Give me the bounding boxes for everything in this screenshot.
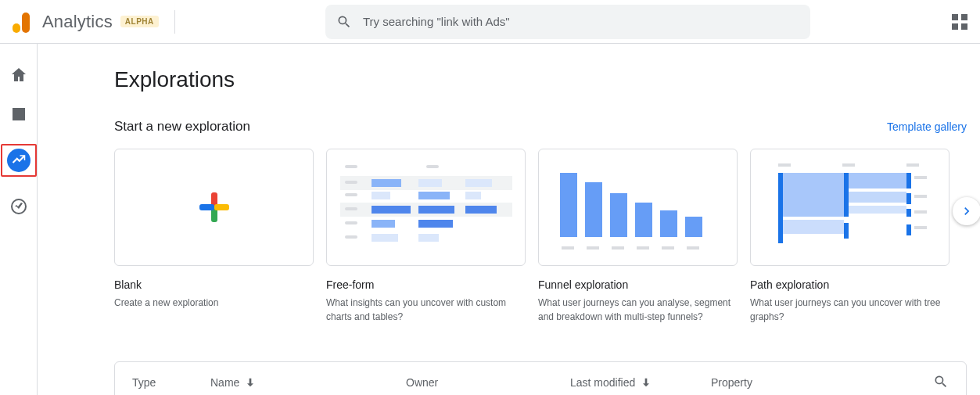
th-property[interactable]: Property xyxy=(711,376,933,389)
freeform-thumbnail xyxy=(340,160,512,254)
funnel-thumbnail xyxy=(552,160,724,254)
search-icon xyxy=(336,14,352,30)
th-type[interactable]: Type xyxy=(132,376,210,389)
card-freeform-title: Free-form xyxy=(326,278,526,291)
logo-block: Analytics ALPHA xyxy=(13,10,310,34)
th-modified[interactable]: Last modified xyxy=(570,376,711,389)
left-nav xyxy=(0,44,38,395)
apps-icon[interactable] xyxy=(952,14,967,30)
card-blank[interactable] xyxy=(114,149,314,266)
th-owner[interactable]: Owner xyxy=(406,376,570,389)
sort-down-icon xyxy=(244,376,257,389)
chevron-right-icon xyxy=(959,203,975,219)
app-header: Analytics ALPHA Try searching "link with… xyxy=(0,0,980,44)
card-blank-title: Blank xyxy=(114,278,314,291)
card-freeform[interactable] xyxy=(326,149,526,266)
template-gallery-link[interactable]: Template gallery xyxy=(887,120,967,133)
th-name[interactable]: Name xyxy=(210,376,406,389)
nav-explore-highlight xyxy=(1,144,37,177)
search-placeholder: Try searching "link with Ads" xyxy=(363,15,510,28)
search-icon xyxy=(933,374,949,390)
alpha-badge: ALPHA xyxy=(120,16,159,27)
th-modified-label: Last modified xyxy=(570,376,635,389)
analytics-logo-icon xyxy=(13,11,34,33)
card-funnel-desc: What user journeys can you analyse, segm… xyxy=(538,296,738,324)
path-thumbnail xyxy=(764,160,936,254)
section-subtitle: Start a new exploration xyxy=(114,119,250,135)
card-path-desc: What user journeys can you uncover with … xyxy=(750,296,949,324)
header-divider xyxy=(174,10,175,34)
nav-advertising-icon[interactable] xyxy=(9,197,28,216)
sort-down-icon xyxy=(640,376,652,389)
product-name: Analytics xyxy=(42,12,113,32)
nav-home-icon[interactable] xyxy=(9,66,28,84)
template-cards-row: Blank Create a new exploration xyxy=(114,149,967,324)
th-name-label: Name xyxy=(210,376,239,389)
card-funnel-title: Funnel exploration xyxy=(538,278,738,291)
page-title: Explorations xyxy=(114,67,980,92)
nav-reports-icon[interactable] xyxy=(9,105,28,124)
explorations-table-header: Type Name Owner Last modified Property xyxy=(114,361,967,395)
card-funnel[interactable] xyxy=(538,149,738,266)
card-blank-desc: Create a new exploration xyxy=(114,296,314,310)
plus-icon xyxy=(199,192,229,222)
scroll-right-button[interactable] xyxy=(953,197,980,225)
card-path[interactable] xyxy=(750,149,949,266)
search-input[interactable]: Try searching "link with Ads" xyxy=(325,5,810,39)
card-freeform-desc: What insights can you uncover with custo… xyxy=(326,296,526,324)
table-search-button[interactable] xyxy=(933,374,949,392)
card-path-title: Path exploration xyxy=(750,278,949,291)
nav-explore-icon[interactable] xyxy=(7,149,31,172)
main-content: Explorations Start a new exploration Tem… xyxy=(38,44,980,395)
